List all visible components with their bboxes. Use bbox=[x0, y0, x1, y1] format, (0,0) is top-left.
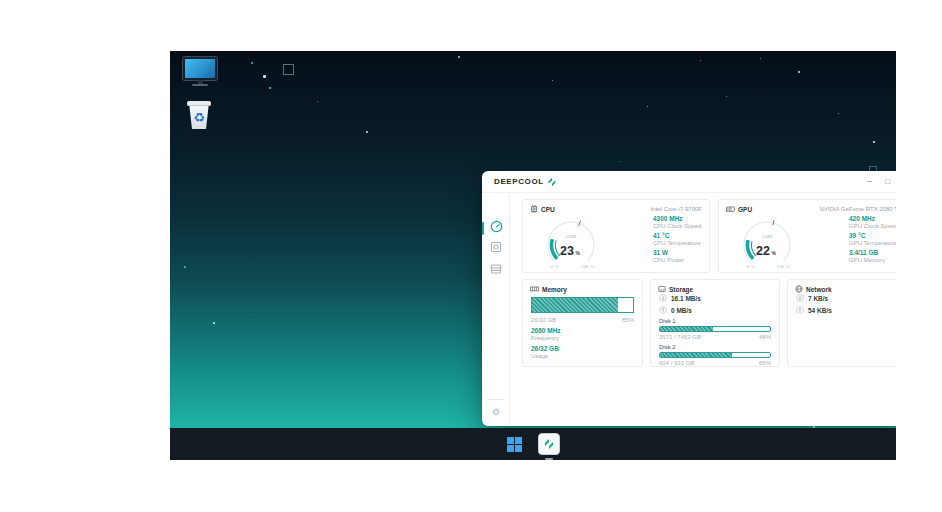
gpu-memory-value: 3.4/11 GB bbox=[849, 249, 885, 256]
cpu-load-gauge: Load23%0 °C100 °C bbox=[529, 215, 613, 271]
gpu-card: GPU NVIDIA GeForce RTX 2080 Ti Load22%0 … bbox=[718, 199, 896, 273]
start-button[interactable] bbox=[507, 437, 522, 452]
sidebar-item-devices[interactable] bbox=[482, 263, 510, 275]
upload-arrow-icon bbox=[659, 306, 667, 314]
cpu-power-label: CPU Power bbox=[653, 257, 684, 263]
titlebar[interactable]: DeepCool – □ × bbox=[482, 171, 896, 193]
gpu-card-title: GPU bbox=[738, 206, 752, 213]
disk2-name: Disk 2 bbox=[659, 344, 676, 350]
memory-used-label: 26/32 GB bbox=[531, 317, 556, 323]
cpu-temp-label: CPU Temperature bbox=[653, 240, 701, 246]
memory-usage-value: 26/32 GB bbox=[531, 345, 559, 352]
star bbox=[184, 266, 186, 268]
star bbox=[647, 106, 648, 107]
svg-text:Load: Load bbox=[762, 234, 773, 239]
star bbox=[269, 87, 271, 89]
network-download-rate: 7 KB/s bbox=[808, 295, 828, 302]
gpu-load-gauge: Load22%0 °C100 °C bbox=[725, 215, 809, 271]
star bbox=[873, 141, 875, 143]
disk2-usage-label: 604 / 932 GB bbox=[659, 360, 694, 366]
gpu-memory-label: GPU Memory bbox=[849, 257, 885, 263]
dashboard-gauge-icon bbox=[490, 220, 503, 233]
taskbar bbox=[170, 428, 896, 460]
svg-text:%: % bbox=[772, 250, 777, 256]
svg-text:100 °C: 100 °C bbox=[777, 264, 790, 269]
cpu-clock-value: 4300 MHz bbox=[653, 215, 701, 222]
star bbox=[798, 71, 800, 73]
deepcool-logo-icon bbox=[547, 177, 557, 187]
star bbox=[458, 56, 460, 58]
gpu-clock-label: GPU Clock Speed bbox=[849, 223, 896, 229]
star bbox=[760, 58, 761, 59]
gpu-clock-value: 420 MHz bbox=[849, 215, 896, 222]
storage-card-title: Storage bbox=[669, 286, 693, 293]
star bbox=[366, 131, 368, 133]
upload-arrow-icon bbox=[796, 306, 804, 314]
svg-text:23: 23 bbox=[560, 244, 574, 258]
network-icon bbox=[795, 285, 803, 293]
cpu-icon bbox=[530, 205, 538, 213]
star bbox=[251, 62, 253, 64]
svg-text:Load: Load bbox=[566, 234, 577, 239]
star bbox=[213, 322, 215, 324]
gpu-temp-label: GPU Temperature bbox=[849, 240, 896, 246]
grid-list-icon bbox=[490, 263, 502, 275]
memory-usage-label: Usage bbox=[531, 353, 559, 359]
monitor-icon bbox=[183, 57, 217, 80]
svg-text:%: % bbox=[576, 250, 581, 256]
recycle-icon: ♻ bbox=[193, 111, 205, 124]
star bbox=[263, 75, 266, 78]
cpu-card-title: CPU bbox=[541, 206, 555, 213]
disk1-usage-label: 3571 / 7453 GB bbox=[659, 334, 701, 340]
storage-write-rate: 0 MB/s bbox=[671, 307, 692, 314]
network-upload-rate: 54 KB/s bbox=[808, 307, 832, 314]
sidebar-item-settings[interactable]: ⚙ bbox=[482, 408, 510, 417]
disk2-percent-label: 65% bbox=[759, 360, 771, 366]
running-app-indicator bbox=[545, 458, 553, 460]
screenshot-stage: ♻ DeepCool – □ × bbox=[0, 0, 942, 512]
pc-case-icon bbox=[490, 241, 502, 253]
taskbar-deepcool-app[interactable] bbox=[538, 433, 560, 455]
sidebar-item-cooling[interactable] bbox=[482, 241, 510, 253]
download-arrow-icon bbox=[796, 294, 804, 302]
star bbox=[317, 101, 318, 102]
deepcool-window: DeepCool – □ × bbox=[482, 171, 896, 426]
star bbox=[552, 80, 553, 81]
minimize-button[interactable]: – bbox=[867, 177, 872, 186]
maximize-button[interactable]: □ bbox=[885, 177, 890, 186]
network-card-title: Network bbox=[806, 286, 832, 293]
storage-card: Storage 16.1 MB/s 0 MB/s Disk 1 bbox=[650, 279, 780, 367]
memory-frequency-label: Frequency bbox=[531, 335, 561, 341]
sidebar-divider bbox=[488, 399, 504, 400]
gear-icon: ⚙ bbox=[492, 408, 500, 417]
star bbox=[620, 161, 621, 162]
star bbox=[726, 96, 727, 97]
svg-text:0 °C: 0 °C bbox=[550, 264, 558, 269]
desktop-icon-recycle-bin[interactable]: ♻ bbox=[187, 101, 211, 129]
deepcool-app-icon bbox=[538, 433, 560, 455]
storage-icon bbox=[658, 285, 666, 293]
disk2-fill bbox=[660, 353, 732, 357]
disk1-name: Disk 1 bbox=[659, 318, 676, 324]
storage-read-rate: 16.1 MB/s bbox=[671, 295, 701, 302]
deepcool-logo-icon bbox=[543, 438, 555, 450]
svg-text:100 °C: 100 °C bbox=[581, 264, 594, 269]
memory-usage-fill bbox=[532, 298, 618, 312]
star bbox=[700, 60, 701, 61]
download-arrow-icon bbox=[659, 294, 667, 302]
logo-text: DeepCool bbox=[494, 177, 544, 186]
sidebar-item-dashboard[interactable] bbox=[482, 220, 510, 233]
desktop-icon-this-pc[interactable] bbox=[183, 57, 217, 86]
cpu-clock-label: CPU Clock Speed bbox=[653, 223, 701, 229]
windows-logo-icon bbox=[507, 437, 522, 452]
disk1-percent-label: 48% bbox=[759, 334, 771, 340]
sidebar: ⚙ bbox=[482, 193, 510, 426]
star bbox=[838, 113, 839, 114]
cpu-temp-value: 41 °C bbox=[653, 232, 701, 239]
memory-icon bbox=[530, 285, 539, 293]
cpu-power-value: 31 W bbox=[653, 249, 684, 256]
gpu-temp-value: 39 °C bbox=[849, 232, 896, 239]
recycle-bin-icon: ♻ bbox=[187, 101, 211, 129]
svg-text:0 °C: 0 °C bbox=[746, 264, 754, 269]
svg-text:22: 22 bbox=[756, 244, 770, 258]
